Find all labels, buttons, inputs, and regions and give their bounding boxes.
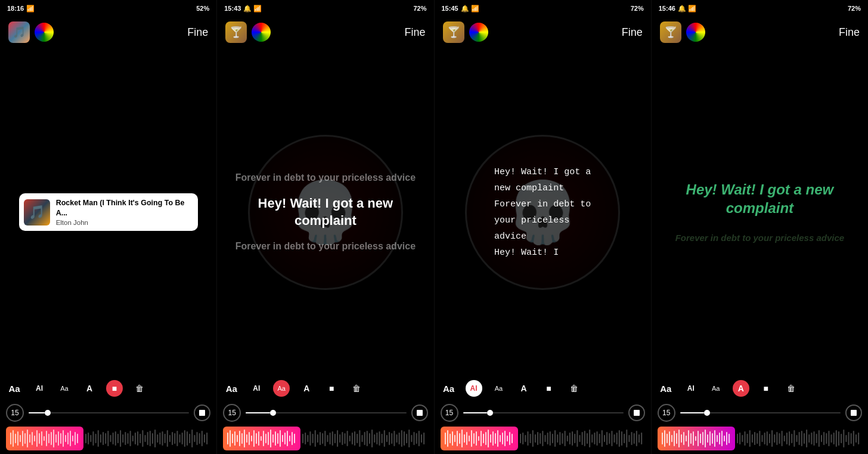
tool-a-4[interactable]: A [733,380,749,397]
svg-rect-52 [142,430,143,447]
tool-aa2-1[interactable]: Aa [56,380,73,397]
svg-rect-124 [342,432,343,445]
phone-panel-4: 15:46 🔔 📶 72% 🍸 Fine Hey! Wait! I got a … [652,0,868,454]
tool-aa2-3[interactable]: Aa [491,380,507,397]
svg-rect-214 [586,433,587,444]
play-num-4: 15 [658,404,675,422]
svg-rect-230 [626,430,627,447]
wave-inactive-2 [300,427,427,450]
app-icon-color-4[interactable] [686,23,705,42]
progress-track-4[interactable] [680,412,841,413]
waveform-2 [223,425,427,452]
progress-dot-2 [270,410,276,416]
stop-button-1[interactable] [194,404,210,421]
tool-aa2-4[interactable]: Aa [708,380,724,397]
progress-track-3[interactable] [463,412,624,413]
svg-rect-284 [781,431,782,446]
app-icon-music-2[interactable]: 🍸 [225,21,247,43]
svg-rect-272 [752,434,753,443]
waveform-1 [6,425,210,452]
fine-button-2[interactable]: Fine [404,26,425,39]
lyric-green-current-4: Hey! Wait! I got a new complaint [664,180,856,217]
svg-rect-90 [253,430,255,447]
progress-track-2[interactable] [246,412,406,413]
progress-dot-1 [45,410,51,416]
svg-rect-280 [771,430,773,447]
tool-aa-3[interactable]: Aa [441,380,457,397]
svg-rect-179 [495,433,496,444]
svg-rect-168 [469,436,470,441]
svg-rect-248 [688,430,689,447]
stop-button-2[interactable] [411,404,428,421]
svg-rect-245 [681,434,682,443]
svg-rect-89 [251,436,252,441]
svg-rect-210 [576,430,578,447]
tool-ai-2[interactable]: AI [248,380,265,397]
app-icon-color-1[interactable] [35,23,54,42]
tool-ai-4[interactable]: AI [683,380,699,397]
tool-aa2-2[interactable]: Aa [273,380,290,397]
album-art: 🎵 [24,199,50,226]
fine-button-4[interactable]: Fine [839,26,860,39]
svg-rect-274 [757,433,758,444]
wave-active-3 [441,427,518,450]
app-icon-music-4[interactable]: 🍸 [660,21,681,43]
svg-rect-9 [32,432,33,445]
svg-rect-250 [693,431,694,446]
wave-active-2 [223,427,300,450]
app-icons-3: 🍸 [443,21,488,43]
fine-button-3[interactable]: Fine [622,26,643,39]
app-icon-music-3[interactable]: 🍸 [443,21,464,43]
tool-aa-1[interactable]: Aa [6,380,23,397]
app-icon-color-3[interactable] [469,23,488,42]
top-bar-2: 🍸 Fine [217,17,433,48]
svg-rect-308 [841,434,842,443]
tool-trash-1[interactable]: 🗑 [131,380,148,397]
tool-square-3[interactable]: ■ [541,380,557,397]
progress-track-1[interactable] [29,412,189,413]
fine-button-1[interactable]: Fine [187,26,208,39]
svg-rect-114 [317,434,318,443]
app-icon-music-1[interactable]: 🎵 [8,21,30,43]
wave-inactive-3 [518,427,645,450]
tool-square-4[interactable]: ■ [758,380,774,397]
svg-rect-149 [404,431,405,446]
svg-rect-185 [509,432,510,445]
tool-ai-3[interactable]: AI [466,380,482,397]
tool-trash-2[interactable]: 🗑 [348,380,365,397]
svg-rect-42 [117,434,119,443]
svg-rect-108 [302,434,303,443]
svg-rect-105 [289,436,290,441]
svg-rect-306 [836,430,837,447]
svg-rect-133 [364,432,365,445]
tool-a-1[interactable]: A [81,380,98,397]
tool-trash-4[interactable]: 🗑 [783,380,799,397]
svg-rect-100 [277,433,278,444]
tool-trash-3[interactable]: 🗑 [566,380,582,397]
tool-square-2[interactable]: ■ [323,380,340,397]
wave-active-1 [6,427,83,450]
svg-rect-156 [421,434,422,443]
svg-rect-104 [287,431,288,446]
svg-rect-190 [527,431,528,446]
signal-icons-3: 🔔 📶 [461,5,479,13]
svg-rect-287 [789,431,790,446]
battery-2: 72% [413,5,426,12]
svg-rect-160 [450,434,451,443]
stop-button-3[interactable] [628,404,645,421]
tool-square-1[interactable]: ■ [106,380,123,397]
tool-a-2[interactable]: A [298,380,315,397]
svg-rect-276 [761,435,762,442]
song-card[interactable]: 🎵 Rocket Man (I Think It's Going To Be A… [19,193,198,231]
lyric-next-2: Forever in debt to your priceless advice [229,240,421,253]
app-icon-color-2[interactable] [252,23,271,42]
tool-a-3[interactable]: A [516,380,532,397]
tool-aa-4[interactable]: Aa [658,380,674,397]
tool-ai-1[interactable]: AI [31,380,48,397]
stop-button-4[interactable] [845,404,862,421]
tool-aa-2[interactable]: Aa [223,380,240,397]
svg-rect-63 [169,435,170,442]
svg-rect-103 [284,433,286,444]
svg-rect-265 [728,434,730,443]
svg-rect-263 [724,436,725,441]
